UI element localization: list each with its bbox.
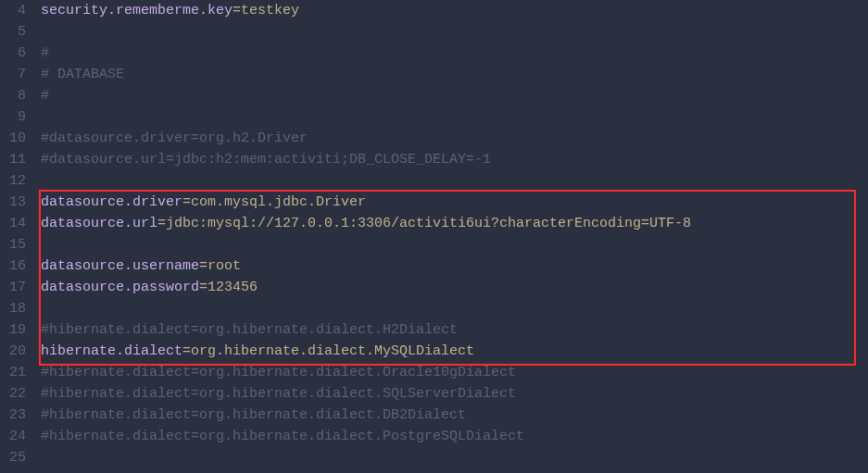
code-line[interactable] (41, 170, 868, 192)
line-number: 15 (6, 234, 26, 255)
line-number: 4 (6, 0, 26, 21)
code-editor[interactable]: 45678910111213141516171819202122232425 s… (0, 0, 868, 473)
code-token: =123456 (199, 280, 258, 295)
line-number: 25 (6, 447, 26, 468)
code-line[interactable]: # (41, 85, 868, 106)
code-line[interactable]: datasource.username=root (41, 255, 868, 277)
code-line[interactable] (41, 234, 868, 255)
code-line[interactable]: datasource.driver=com.mysql.jdbc.Driver (41, 192, 868, 213)
code-line[interactable]: datasource.password=123456 (41, 277, 868, 298)
line-number: 24 (6, 426, 26, 447)
code-line[interactable]: # (41, 43, 868, 64)
line-number: 17 (6, 277, 26, 298)
line-number: 23 (6, 405, 26, 426)
code-token: =jdbc:mysql://127.0.0.1:3306/activiti6ui… (157, 216, 691, 231)
line-number: 16 (6, 255, 26, 277)
code-token: datasource.username (41, 258, 199, 274)
code-token: #hibernate.dialect=org.hibernate.dialect… (41, 322, 458, 338)
line-number-gutter: 45678910111213141516171819202122232425 (0, 0, 35, 473)
code-line[interactable]: hibernate.dialect=org.hibernate.dialect.… (41, 341, 868, 362)
code-token: #hibernate.dialect=org.hibernate.dialect… (41, 429, 524, 444)
code-token: =org.hibernate.dialect.MySQLDialect (182, 343, 474, 359)
code-line[interactable]: #hibernate.dialect=org.hibernate.dialect… (41, 362, 868, 383)
code-token: #datasource.driver=org.h2.Driver (41, 131, 308, 146)
code-token: security.rememberme.key (41, 3, 233, 19)
code-line[interactable]: security.rememberme.key=testkey (41, 0, 868, 21)
line-number: 12 (6, 170, 26, 192)
code-line[interactable]: #hibernate.dialect=org.hibernate.dialect… (41, 405, 868, 426)
line-number: 9 (6, 106, 26, 128)
code-token: datasource.password (41, 280, 199, 295)
code-line[interactable] (41, 298, 868, 319)
code-line[interactable]: #hibernate.dialect=org.hibernate.dialect… (41, 426, 868, 447)
code-line[interactable]: # DATABASE (41, 64, 868, 85)
code-token: =com.mysql.jdbc.Driver (182, 194, 366, 210)
code-token: # DATABASE (41, 67, 124, 82)
code-line[interactable] (41, 21, 868, 43)
code-token: datasource.url (41, 216, 157, 231)
code-token: =testkey (233, 3, 299, 19)
line-number: 14 (6, 213, 26, 234)
line-number: 21 (6, 362, 26, 383)
code-token: =root (199, 258, 241, 274)
line-number: 13 (6, 192, 26, 213)
code-line[interactable]: datasource.url=jdbc:mysql://127.0.0.1:33… (41, 213, 868, 234)
line-number: 22 (6, 383, 26, 405)
code-token: datasource.driver (41, 194, 182, 210)
code-line[interactable]: #hibernate.dialect=org.hibernate.dialect… (41, 319, 868, 341)
line-number: 10 (6, 128, 26, 149)
code-area[interactable]: security.rememberme.key=testkey## DATABA… (35, 0, 868, 473)
line-number: 20 (6, 341, 26, 362)
line-number: 18 (6, 298, 26, 319)
line-number: 6 (6, 43, 26, 64)
line-number: 11 (6, 149, 26, 170)
line-number: 19 (6, 319, 26, 341)
code-token: # (41, 88, 49, 104)
code-line[interactable] (41, 447, 868, 468)
code-line[interactable] (41, 106, 868, 128)
code-line[interactable]: #datasource.driver=org.h2.Driver (41, 128, 868, 149)
code-line[interactable]: #hibernate.dialect=org.hibernate.dialect… (41, 383, 868, 405)
code-token: #hibernate.dialect=org.hibernate.dialect… (41, 407, 466, 423)
code-token: hibernate.dialect (41, 343, 182, 359)
line-number: 5 (6, 21, 26, 43)
line-number: 8 (6, 85, 26, 106)
code-token: #hibernate.dialect=org.hibernate.dialect… (41, 365, 516, 380)
code-line[interactable]: #datasource.url=jdbc:h2:mem:activiti;DB_… (41, 149, 868, 170)
line-number: 7 (6, 64, 26, 85)
code-token: #datasource.url=jdbc:h2:mem:activiti;DB_… (41, 152, 491, 168)
code-token: #hibernate.dialect=org.hibernate.dialect… (41, 386, 516, 402)
code-token: # (41, 45, 49, 61)
